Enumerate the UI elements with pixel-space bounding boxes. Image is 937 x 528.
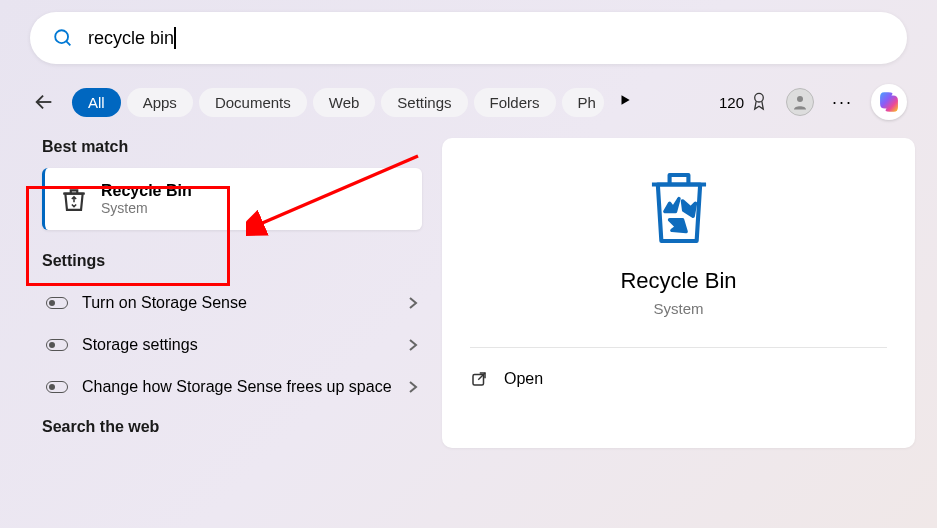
- settings-item-storage-sense[interactable]: Turn on Storage Sense: [42, 282, 422, 324]
- open-icon: [470, 370, 488, 388]
- best-match-heading: Best match: [42, 138, 422, 156]
- filter-web[interactable]: Web: [313, 88, 376, 117]
- svg-point-0: [55, 30, 68, 43]
- points-value: 120: [719, 94, 744, 111]
- settings-item-storage-sense-space[interactable]: Change how Storage Sense frees up space: [42, 366, 422, 408]
- search-icon: [52, 27, 74, 49]
- text-cursor: [174, 27, 176, 49]
- search-web-heading: Search the web: [42, 418, 422, 436]
- more-options[interactable]: ···: [832, 92, 853, 113]
- svg-point-4: [755, 93, 764, 102]
- best-match-result[interactable]: Recycle Bin System: [42, 168, 422, 230]
- chevron-right-icon: [408, 380, 418, 394]
- svg-point-5: [797, 96, 803, 102]
- filter-row: All Apps Documents Web Settings Folders …: [30, 84, 907, 120]
- toggle-icon: [46, 381, 68, 393]
- best-match-title: Recycle Bin: [101, 182, 192, 200]
- settings-heading: Settings: [42, 252, 422, 270]
- filter-apps[interactable]: Apps: [127, 88, 193, 117]
- open-action[interactable]: Open: [470, 370, 887, 388]
- settings-item-label: Change how Storage Sense frees up space: [82, 378, 394, 396]
- toggle-icon: [46, 339, 68, 351]
- settings-item-label: Turn on Storage Sense: [82, 294, 394, 312]
- divider: [470, 347, 887, 348]
- toggle-icon: [46, 297, 68, 309]
- svg-line-1: [66, 41, 70, 45]
- open-label: Open: [504, 370, 543, 388]
- back-button[interactable]: [30, 88, 58, 116]
- filter-all[interactable]: All: [72, 88, 121, 117]
- search-query-text: recycle bin: [88, 28, 174, 49]
- filter-documents[interactable]: Documents: [199, 88, 307, 117]
- filter-folders[interactable]: Folders: [474, 88, 556, 117]
- filter-photos[interactable]: Ph: [562, 88, 604, 117]
- scroll-filters-right[interactable]: [618, 93, 632, 111]
- chevron-right-icon: [408, 338, 418, 352]
- settings-item-label: Storage settings: [82, 336, 394, 354]
- svg-marker-3: [621, 95, 629, 104]
- detail-subtitle: System: [470, 300, 887, 317]
- user-avatar[interactable]: [786, 88, 814, 116]
- best-match-subtitle: System: [101, 200, 192, 216]
- chevron-right-icon: [408, 296, 418, 310]
- results-list: Best match Recycle Bin System Settings T…: [42, 138, 422, 448]
- detail-title: Recycle Bin: [470, 268, 887, 294]
- settings-item-storage-settings[interactable]: Storage settings: [42, 324, 422, 366]
- detail-panel: Recycle Bin System Open: [442, 138, 915, 448]
- filter-settings[interactable]: Settings: [381, 88, 467, 117]
- copilot-button[interactable]: [871, 84, 907, 120]
- search-bar[interactable]: recycle bin: [30, 12, 907, 64]
- rewards-points[interactable]: 120: [719, 92, 768, 112]
- rewards-icon: [750, 92, 768, 112]
- copilot-icon: [876, 89, 902, 115]
- recycle-bin-large-icon: [643, 168, 715, 248]
- recycle-bin-icon: [61, 186, 87, 212]
